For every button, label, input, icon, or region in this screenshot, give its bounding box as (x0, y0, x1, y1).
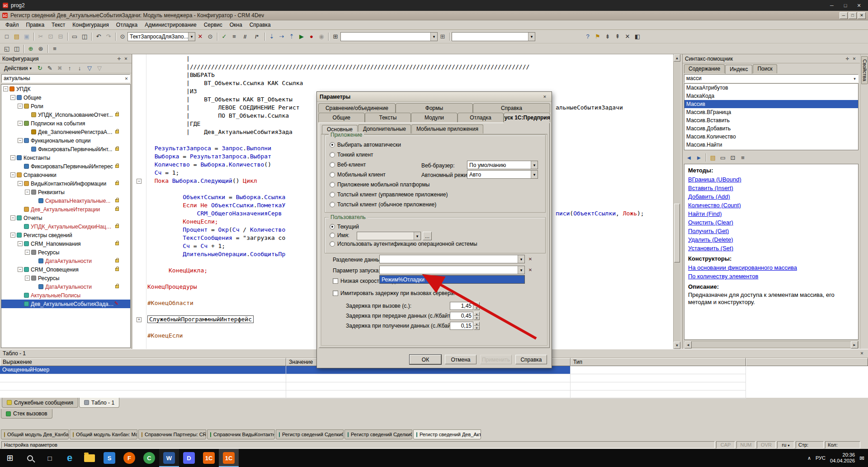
split-window-icon[interactable]: ◫ (12, 44, 22, 54)
tray-language[interactable]: РУС (816, 455, 826, 461)
radio-current-user[interactable]: Текущий (330, 224, 359, 230)
syn-settings-icon[interactable]: ≡ (738, 152, 748, 162)
radio-thick-ordinary[interactable]: Толстый клиент (обычное приложение) (330, 201, 436, 208)
menu-item-7[interactable]: Окна (226, 21, 246, 29)
tree-item-20[interactable]: ДатаАктуальности (1, 257, 130, 265)
data-separation-clear-icon[interactable]: ✕ (527, 255, 534, 262)
index-item-7[interactable]: Массив.Найти (684, 141, 858, 149)
cfg-filter-icon[interactable]: ▽ (85, 63, 94, 73)
tab-содержание[interactable]: Содержание (684, 64, 725, 73)
app-close-button[interactable]: ✕ (858, 12, 866, 19)
scroll-right-icon[interactable]: ► (851, 341, 858, 348)
radio-auto[interactable]: Выбирать автоматически (330, 142, 401, 148)
menu-item-4[interactable]: Отладка (113, 21, 141, 29)
tree-item-18[interactable]: −CRM_Напоминания (1, 239, 130, 248)
radio-mobile-platform[interactable]: Приложение мобильной платформы (330, 181, 429, 188)
settings-icon[interactable]: ≡ (50, 44, 60, 54)
call-stack-tab[interactable]: Стек вызовов (1, 409, 52, 419)
window-tab-3[interactable]: Справочник ВидыКонтактно... (207, 429, 275, 439)
delay-input-0[interactable]: 1,45 (450, 302, 473, 310)
actions-button[interactable]: Действия ▾ (1, 64, 34, 72)
services-icon[interactable]: ⊕ (26, 44, 36, 54)
radio-thin-client[interactable]: Тонкий клиент (330, 152, 373, 158)
window-tab-5[interactable]: Регистр сведений СделкиО... (344, 429, 412, 439)
breakpoint-icon[interactable]: ● (307, 32, 316, 42)
undo-icon[interactable]: ↶ (94, 32, 104, 42)
tray-clock[interactable]: 20:36 04.04.2026 (830, 452, 855, 464)
windows-panel-icon[interactable]: ◱ (2, 44, 12, 54)
radio-mobile-client[interactable]: Мобильный клиент (330, 172, 386, 178)
delay-input-1[interactable]: 0,45 (450, 312, 473, 320)
tree-expander-icon[interactable]: − (10, 172, 15, 177)
redo-icon[interactable]: ↷ (104, 32, 113, 42)
tab-дополнительные[interactable]: Дополнительные (358, 124, 411, 133)
index-item-0[interactable]: МаскаАтрибутов (684, 84, 858, 92)
window-props-icon[interactable]: ◧ (632, 32, 642, 42)
spinner-2[interactable]: ▲▼ (474, 322, 480, 330)
close-icon[interactable]: ✕ (123, 56, 129, 62)
watch-row-2[interactable] (0, 382, 868, 391)
delay-input-2[interactable]: 0,15 (450, 322, 473, 330)
tree-expander-icon[interactable]: − (10, 155, 15, 160)
syn-print-icon[interactable]: ▭ (718, 152, 728, 162)
syn-copy-icon[interactable]: ⊡ (728, 152, 738, 162)
calc-icon[interactable]: ⊞ (438, 32, 448, 42)
cfg-refresh-icon[interactable]: ↻ (35, 63, 45, 73)
menu-item-8[interactable]: Справка (246, 21, 274, 29)
dialog-close-icon[interactable]: ✕ (541, 93, 549, 100)
vm-minimize-button[interactable]: ─ (826, 1, 838, 10)
tree-item-16[interactable]: УПДК_АктуальныеСкидкиНацен... (1, 222, 130, 231)
pin-icon[interactable]: ✛ (116, 56, 123, 62)
spinner-1[interactable]: ▲▼ (474, 312, 480, 320)
tab-сравнение-объединение[interactable]: Сравнение/объединение (318, 103, 396, 113)
cancel-button[interactable]: Отмена (445, 355, 476, 364)
tab-формы[interactable]: Формы (396, 103, 473, 113)
discord-icon[interactable]: D (179, 449, 199, 467)
launch-parameter-combo[interactable]: ▾ (379, 266, 525, 274)
fold-marker-icon[interactable]: + (137, 317, 142, 322)
watch-column-0[interactable]: Выражение (0, 358, 286, 366)
tree-expander-icon[interactable]: − (25, 250, 30, 255)
edge-icon[interactable]: e (60, 449, 80, 467)
watch-row-1[interactable] (0, 374, 868, 382)
explorer-icon[interactable] (80, 449, 99, 467)
tree-expander-icon[interactable]: − (10, 233, 15, 238)
launch-parameter-clear-icon[interactable]: ✕ (527, 266, 534, 273)
web-browser-combo[interactable]: По умолчанию ▾ (467, 161, 538, 169)
tree-item-11[interactable]: −ВидыКонтактнойИнформации (1, 179, 130, 188)
method-link-5[interactable]: Очистить (Clear) (688, 218, 854, 227)
window-tab-1[interactable]: Общий модуль Канбан: Мод... (70, 429, 137, 439)
step-out-icon[interactable]: ⇡ (287, 32, 297, 42)
properties-tab[interactable]: Свойства (861, 56, 868, 84)
save-icon[interactable]: ▣ (22, 32, 32, 42)
app-minimize-button[interactable]: ─ (840, 12, 848, 19)
cfg-move-down-icon[interactable]: ↓ (75, 63, 85, 73)
paste-icon[interactable]: ⊟ (56, 32, 66, 42)
copy-icon[interactable]: ⊡ (46, 32, 56, 42)
tree-item-9[interactable]: ФиксироватьПервичныйИнтерес (1, 162, 130, 171)
find-clear-icon[interactable]: ✕ (195, 32, 205, 42)
tree-expander-icon[interactable]: − (18, 121, 23, 126)
tree-item-5[interactable]: Дев_ЗаполнениеРегистраАк... (1, 128, 130, 136)
tree-item-25[interactable]: Дев_АктуальныеСобытияЗадачи✎ (1, 300, 130, 308)
tree-expander-icon[interactable]: − (10, 95, 15, 100)
tree-item-14[interactable]: Дев_АктуальныеИтеграции (1, 205, 130, 214)
tree-item-23[interactable]: ДатаАктуальности (1, 282, 130, 291)
tree-item-3[interactable]: УПДК_ИспользованиеОтчет... (1, 110, 130, 119)
firefox-icon[interactable]: F (119, 449, 139, 467)
taskbar-search-button[interactable] (20, 449, 40, 467)
tray-notifications-icon[interactable]: ✉ (859, 455, 864, 462)
configuration-tree[interactable]: −УПДК−Общие−РолиУПДК_ИспользованиеОтчет.… (1, 84, 131, 348)
emulate-delay-checkbox[interactable]: Имитировать задержку при вызовах сервера… (333, 290, 455, 296)
bottom-tab-1[interactable]: Табло - 1 (79, 398, 119, 408)
find-next-icon[interactable]: ⊙ (205, 32, 215, 42)
new-file-icon[interactable]: □ (2, 32, 12, 42)
offline-mode-combo[interactable]: Авто ▾ (467, 170, 538, 179)
cut-icon[interactable]: ✂ (36, 32, 46, 42)
user-name-combo[interactable]: ▾ (357, 232, 421, 240)
tree-item-4[interactable]: −Подписки на события (1, 119, 130, 128)
tree-item-19[interactable]: −Ресурсы (1, 248, 130, 257)
syn-forward-icon[interactable]: ► (694, 152, 704, 162)
format-block-icon[interactable]: ≡ (229, 32, 239, 42)
dropdown-item[interactable]: Режим%Отладки (380, 276, 524, 283)
